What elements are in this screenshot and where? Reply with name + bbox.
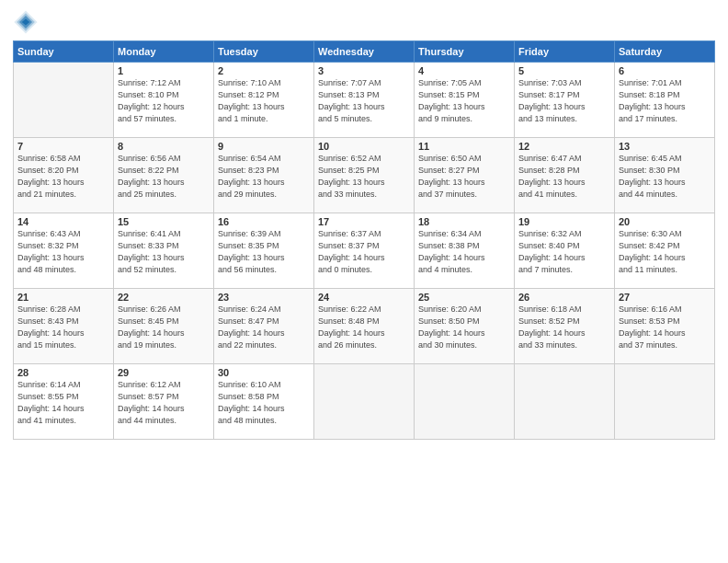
day-cell: 25Sunrise: 6:20 AM Sunset: 8:50 PM Dayli…: [415, 289, 515, 364]
week-row-4: 21Sunrise: 6:28 AM Sunset: 8:43 PM Dayli…: [14, 289, 715, 364]
day-cell: 28Sunrise: 6:14 AM Sunset: 8:55 PM Dayli…: [14, 364, 114, 440]
day-cell: 8Sunrise: 6:56 AM Sunset: 8:22 PM Daylig…: [114, 138, 214, 213]
day-detail: Sunrise: 6:14 AM Sunset: 8:55 PM Dayligh…: [17, 379, 109, 427]
day-detail: Sunrise: 7:05 AM Sunset: 8:15 PM Dayligh…: [418, 77, 510, 125]
day-cell: 18Sunrise: 6:34 AM Sunset: 8:38 PM Dayli…: [415, 213, 515, 289]
col-header-sunday: Sunday: [14, 41, 114, 63]
day-cell: 22Sunrise: 6:26 AM Sunset: 8:45 PM Dayli…: [114, 289, 214, 364]
day-cell: 3Sunrise: 7:07 AM Sunset: 8:13 PM Daylig…: [314, 63, 415, 138]
calendar-table: SundayMondayTuesdayWednesdayThursdayFrid…: [13, 40, 715, 440]
week-row-1: 1Sunrise: 7:12 AM Sunset: 8:10 PM Daylig…: [14, 63, 715, 138]
day-number: 8: [118, 141, 210, 152]
day-cell: 17Sunrise: 6:37 AM Sunset: 8:37 PM Dayli…: [314, 213, 415, 289]
day-detail: Sunrise: 6:34 AM Sunset: 8:38 PM Dayligh…: [418, 228, 510, 276]
col-header-wednesday: Wednesday: [314, 41, 415, 63]
day-detail: Sunrise: 6:58 AM Sunset: 8:20 PM Dayligh…: [17, 153, 109, 201]
day-cell: 15Sunrise: 6:41 AM Sunset: 8:33 PM Dayli…: [114, 213, 214, 289]
day-number: 15: [118, 216, 210, 227]
day-cell: 26Sunrise: 6:18 AM Sunset: 8:52 PM Dayli…: [515, 289, 615, 364]
day-detail: Sunrise: 6:43 AM Sunset: 8:32 PM Dayligh…: [17, 228, 109, 276]
day-cell: 20Sunrise: 6:30 AM Sunset: 8:42 PM Dayli…: [615, 213, 715, 289]
logo-icon: [13, 9, 39, 35]
day-detail: Sunrise: 7:01 AM Sunset: 8:18 PM Dayligh…: [619, 77, 711, 125]
day-cell: 5Sunrise: 7:03 AM Sunset: 8:17 PM Daylig…: [515, 63, 615, 138]
day-detail: Sunrise: 6:30 AM Sunset: 8:42 PM Dayligh…: [619, 228, 711, 276]
day-number: 19: [518, 216, 610, 227]
week-row-2: 7Sunrise: 6:58 AM Sunset: 8:20 PM Daylig…: [14, 138, 715, 213]
day-number: 2: [218, 65, 310, 76]
day-cell: [515, 364, 615, 440]
day-number: 23: [218, 292, 310, 303]
day-number: 22: [118, 292, 210, 303]
day-cell: 4Sunrise: 7:05 AM Sunset: 8:15 PM Daylig…: [415, 63, 515, 138]
day-detail: Sunrise: 6:12 AM Sunset: 8:57 PM Dayligh…: [118, 379, 210, 427]
day-detail: Sunrise: 6:47 AM Sunset: 8:28 PM Dayligh…: [518, 153, 610, 201]
header-row: SundayMondayTuesdayWednesdayThursdayFrid…: [14, 41, 715, 63]
day-number: 1: [118, 65, 210, 76]
day-number: 21: [17, 292, 109, 303]
day-number: 26: [518, 292, 610, 303]
day-cell: [314, 364, 415, 440]
day-detail: Sunrise: 6:16 AM Sunset: 8:53 PM Dayligh…: [619, 304, 711, 351]
day-detail: Sunrise: 7:12 AM Sunset: 8:10 PM Dayligh…: [118, 77, 210, 125]
day-cell: 30Sunrise: 6:10 AM Sunset: 8:58 PM Dayli…: [214, 364, 314, 440]
day-number: 6: [619, 65, 711, 76]
day-cell: 24Sunrise: 6:22 AM Sunset: 8:48 PM Dayli…: [314, 289, 415, 364]
day-cell: 2Sunrise: 7:10 AM Sunset: 8:12 PM Daylig…: [214, 63, 314, 138]
day-number: 5: [518, 65, 610, 76]
day-number: 24: [318, 292, 410, 303]
day-number: 9: [218, 141, 310, 152]
day-detail: Sunrise: 6:56 AM Sunset: 8:22 PM Dayligh…: [118, 153, 210, 201]
day-detail: Sunrise: 6:32 AM Sunset: 8:40 PM Dayligh…: [518, 228, 610, 276]
day-cell: 27Sunrise: 6:16 AM Sunset: 8:53 PM Dayli…: [615, 289, 715, 364]
day-cell: 1Sunrise: 7:12 AM Sunset: 8:10 PM Daylig…: [114, 63, 214, 138]
day-cell: 9Sunrise: 6:54 AM Sunset: 8:23 PM Daylig…: [214, 138, 314, 213]
day-detail: Sunrise: 7:03 AM Sunset: 8:17 PM Dayligh…: [518, 77, 610, 125]
col-header-thursday: Thursday: [415, 41, 515, 63]
col-header-friday: Friday: [515, 41, 615, 63]
day-number: 11: [418, 141, 510, 152]
day-number: 12: [518, 141, 610, 152]
day-detail: Sunrise: 6:28 AM Sunset: 8:43 PM Dayligh…: [17, 304, 109, 351]
day-cell: 6Sunrise: 7:01 AM Sunset: 8:18 PM Daylig…: [615, 63, 715, 138]
day-number: 29: [118, 367, 210, 378]
day-detail: Sunrise: 6:18 AM Sunset: 8:52 PM Dayligh…: [518, 304, 610, 351]
day-detail: Sunrise: 6:39 AM Sunset: 8:35 PM Dayligh…: [218, 228, 310, 276]
day-number: 14: [17, 216, 109, 227]
day-detail: Sunrise: 6:22 AM Sunset: 8:48 PM Dayligh…: [318, 304, 410, 351]
day-number: 3: [318, 65, 410, 76]
day-cell: 11Sunrise: 6:50 AM Sunset: 8:27 PM Dayli…: [415, 138, 515, 213]
day-number: 18: [418, 216, 510, 227]
day-detail: Sunrise: 6:37 AM Sunset: 8:37 PM Dayligh…: [318, 228, 410, 276]
day-number: 7: [17, 141, 109, 152]
day-cell: 13Sunrise: 6:45 AM Sunset: 8:30 PM Dayli…: [615, 138, 715, 213]
logo: [13, 9, 40, 35]
day-number: 16: [218, 216, 310, 227]
day-cell: 10Sunrise: 6:52 AM Sunset: 8:25 PM Dayli…: [314, 138, 415, 213]
day-cell: 19Sunrise: 6:32 AM Sunset: 8:40 PM Dayli…: [515, 213, 615, 289]
day-number: 25: [418, 292, 510, 303]
page: SundayMondayTuesdayWednesdayThursdayFrid…: [0, 0, 728, 447]
day-number: 20: [619, 216, 711, 227]
day-cell: [615, 364, 715, 440]
day-detail: Sunrise: 6:20 AM Sunset: 8:50 PM Dayligh…: [418, 304, 510, 351]
day-detail: Sunrise: 6:52 AM Sunset: 8:25 PM Dayligh…: [318, 153, 410, 201]
col-header-monday: Monday: [114, 41, 214, 63]
day-detail: Sunrise: 6:41 AM Sunset: 8:33 PM Dayligh…: [118, 228, 210, 276]
day-number: 30: [218, 367, 310, 378]
day-cell: 29Sunrise: 6:12 AM Sunset: 8:57 PM Dayli…: [114, 364, 214, 440]
day-number: 13: [619, 141, 711, 152]
day-number: 27: [619, 292, 711, 303]
day-cell: [415, 364, 515, 440]
day-number: 28: [17, 367, 109, 378]
day-detail: Sunrise: 6:26 AM Sunset: 8:45 PM Dayligh…: [118, 304, 210, 351]
day-detail: Sunrise: 6:50 AM Sunset: 8:27 PM Dayligh…: [418, 153, 510, 201]
day-detail: Sunrise: 7:07 AM Sunset: 8:13 PM Dayligh…: [318, 77, 410, 125]
day-cell: 16Sunrise: 6:39 AM Sunset: 8:35 PM Dayli…: [214, 213, 314, 289]
col-header-saturday: Saturday: [615, 41, 715, 63]
day-detail: Sunrise: 6:10 AM Sunset: 8:58 PM Dayligh…: [218, 379, 310, 427]
day-detail: Sunrise: 6:45 AM Sunset: 8:30 PM Dayligh…: [619, 153, 711, 201]
day-detail: Sunrise: 6:24 AM Sunset: 8:47 PM Dayligh…: [218, 304, 310, 351]
week-row-5: 28Sunrise: 6:14 AM Sunset: 8:55 PM Dayli…: [14, 364, 715, 440]
header: [13, 9, 715, 35]
